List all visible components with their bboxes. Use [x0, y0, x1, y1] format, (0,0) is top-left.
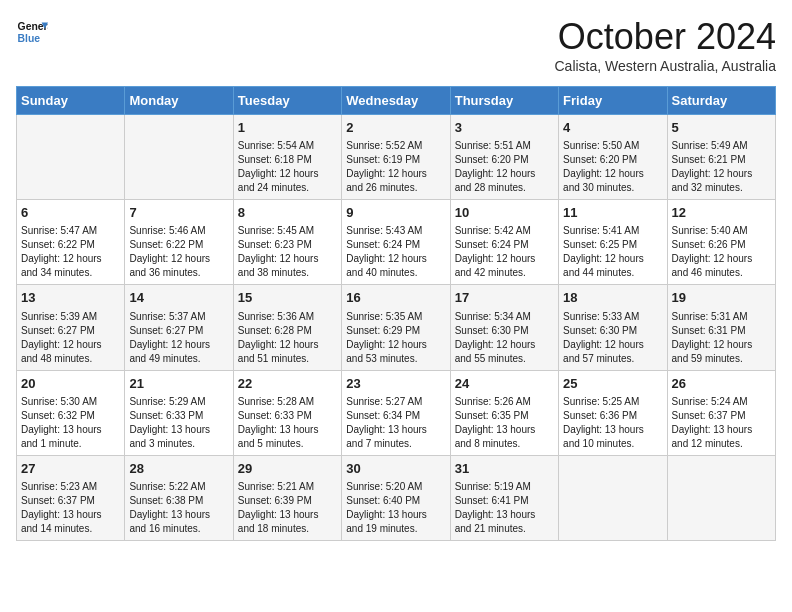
day-number: 2 [346, 119, 445, 137]
calendar-cell: 11Sunrise: 5:41 AM Sunset: 6:25 PM Dayli… [559, 200, 667, 285]
day-number: 21 [129, 375, 228, 393]
weekday-header-cell: Tuesday [233, 87, 341, 115]
day-number: 10 [455, 204, 554, 222]
calendar-cell: 21Sunrise: 5:29 AM Sunset: 6:33 PM Dayli… [125, 370, 233, 455]
day-info: Sunrise: 5:31 AM Sunset: 6:31 PM Dayligh… [672, 310, 771, 366]
logo: General Blue [16, 16, 48, 48]
calendar-cell: 17Sunrise: 5:34 AM Sunset: 6:30 PM Dayli… [450, 285, 558, 370]
calendar-cell: 2Sunrise: 5:52 AM Sunset: 6:19 PM Daylig… [342, 115, 450, 200]
calendar-cell [125, 115, 233, 200]
calendar-cell: 19Sunrise: 5:31 AM Sunset: 6:31 PM Dayli… [667, 285, 775, 370]
day-info: Sunrise: 5:23 AM Sunset: 6:37 PM Dayligh… [21, 480, 120, 536]
calendar-cell: 9Sunrise: 5:43 AM Sunset: 6:24 PM Daylig… [342, 200, 450, 285]
calendar-week-row: 20Sunrise: 5:30 AM Sunset: 6:32 PM Dayli… [17, 370, 776, 455]
day-info: Sunrise: 5:35 AM Sunset: 6:29 PM Dayligh… [346, 310, 445, 366]
calendar-week-row: 6Sunrise: 5:47 AM Sunset: 6:22 PM Daylig… [17, 200, 776, 285]
weekday-header-cell: Saturday [667, 87, 775, 115]
day-info: Sunrise: 5:20 AM Sunset: 6:40 PM Dayligh… [346, 480, 445, 536]
day-number: 27 [21, 460, 120, 478]
location-title: Calista, Western Australia, Australia [554, 58, 776, 74]
svg-text:Blue: Blue [18, 33, 41, 44]
day-info: Sunrise: 5:42 AM Sunset: 6:24 PM Dayligh… [455, 224, 554, 280]
day-number: 17 [455, 289, 554, 307]
day-number: 6 [21, 204, 120, 222]
day-number: 18 [563, 289, 662, 307]
day-info: Sunrise: 5:47 AM Sunset: 6:22 PM Dayligh… [21, 224, 120, 280]
calendar-cell: 26Sunrise: 5:24 AM Sunset: 6:37 PM Dayli… [667, 370, 775, 455]
day-number: 22 [238, 375, 337, 393]
calendar-cell: 1Sunrise: 5:54 AM Sunset: 6:18 PM Daylig… [233, 115, 341, 200]
day-number: 14 [129, 289, 228, 307]
calendar-cell: 29Sunrise: 5:21 AM Sunset: 6:39 PM Dayli… [233, 455, 341, 540]
day-number: 11 [563, 204, 662, 222]
weekday-header-cell: Thursday [450, 87, 558, 115]
day-number: 23 [346, 375, 445, 393]
calendar-cell: 27Sunrise: 5:23 AM Sunset: 6:37 PM Dayli… [17, 455, 125, 540]
day-info: Sunrise: 5:50 AM Sunset: 6:20 PM Dayligh… [563, 139, 662, 195]
day-info: Sunrise: 5:33 AM Sunset: 6:30 PM Dayligh… [563, 310, 662, 366]
calendar-cell: 23Sunrise: 5:27 AM Sunset: 6:34 PM Dayli… [342, 370, 450, 455]
calendar-cell: 5Sunrise: 5:49 AM Sunset: 6:21 PM Daylig… [667, 115, 775, 200]
header: General Blue October 2024 Calista, Weste… [16, 16, 776, 74]
day-info: Sunrise: 5:45 AM Sunset: 6:23 PM Dayligh… [238, 224, 337, 280]
calendar-week-row: 27Sunrise: 5:23 AM Sunset: 6:37 PM Dayli… [17, 455, 776, 540]
calendar-cell: 15Sunrise: 5:36 AM Sunset: 6:28 PM Dayli… [233, 285, 341, 370]
calendar-cell [17, 115, 125, 200]
calendar-cell: 22Sunrise: 5:28 AM Sunset: 6:33 PM Dayli… [233, 370, 341, 455]
day-number: 12 [672, 204, 771, 222]
day-info: Sunrise: 5:22 AM Sunset: 6:38 PM Dayligh… [129, 480, 228, 536]
calendar-week-row: 1Sunrise: 5:54 AM Sunset: 6:18 PM Daylig… [17, 115, 776, 200]
day-number: 3 [455, 119, 554, 137]
day-number: 5 [672, 119, 771, 137]
calendar-cell [667, 455, 775, 540]
day-info: Sunrise: 5:27 AM Sunset: 6:34 PM Dayligh… [346, 395, 445, 451]
calendar-cell: 3Sunrise: 5:51 AM Sunset: 6:20 PM Daylig… [450, 115, 558, 200]
day-number: 8 [238, 204, 337, 222]
calendar-cell: 16Sunrise: 5:35 AM Sunset: 6:29 PM Dayli… [342, 285, 450, 370]
day-number: 30 [346, 460, 445, 478]
calendar-cell: 14Sunrise: 5:37 AM Sunset: 6:27 PM Dayli… [125, 285, 233, 370]
title-area: October 2024 Calista, Western Australia,… [554, 16, 776, 74]
calendar-cell: 28Sunrise: 5:22 AM Sunset: 6:38 PM Dayli… [125, 455, 233, 540]
calendar-cell: 7Sunrise: 5:46 AM Sunset: 6:22 PM Daylig… [125, 200, 233, 285]
calendar-cell: 25Sunrise: 5:25 AM Sunset: 6:36 PM Dayli… [559, 370, 667, 455]
day-info: Sunrise: 5:25 AM Sunset: 6:36 PM Dayligh… [563, 395, 662, 451]
calendar-cell: 10Sunrise: 5:42 AM Sunset: 6:24 PM Dayli… [450, 200, 558, 285]
weekday-header-cell: Sunday [17, 87, 125, 115]
day-number: 26 [672, 375, 771, 393]
day-info: Sunrise: 5:46 AM Sunset: 6:22 PM Dayligh… [129, 224, 228, 280]
day-info: Sunrise: 5:40 AM Sunset: 6:26 PM Dayligh… [672, 224, 771, 280]
logo-icon: General Blue [16, 16, 48, 48]
day-number: 25 [563, 375, 662, 393]
day-info: Sunrise: 5:41 AM Sunset: 6:25 PM Dayligh… [563, 224, 662, 280]
calendar-week-row: 13Sunrise: 5:39 AM Sunset: 6:27 PM Dayli… [17, 285, 776, 370]
day-number: 29 [238, 460, 337, 478]
day-info: Sunrise: 5:26 AM Sunset: 6:35 PM Dayligh… [455, 395, 554, 451]
day-number: 1 [238, 119, 337, 137]
day-number: 31 [455, 460, 554, 478]
day-number: 24 [455, 375, 554, 393]
day-number: 13 [21, 289, 120, 307]
day-number: 15 [238, 289, 337, 307]
day-info: Sunrise: 5:24 AM Sunset: 6:37 PM Dayligh… [672, 395, 771, 451]
calendar-table: SundayMondayTuesdayWednesdayThursdayFrid… [16, 86, 776, 541]
day-info: Sunrise: 5:34 AM Sunset: 6:30 PM Dayligh… [455, 310, 554, 366]
calendar-cell: 6Sunrise: 5:47 AM Sunset: 6:22 PM Daylig… [17, 200, 125, 285]
day-info: Sunrise: 5:36 AM Sunset: 6:28 PM Dayligh… [238, 310, 337, 366]
calendar-cell: 24Sunrise: 5:26 AM Sunset: 6:35 PM Dayli… [450, 370, 558, 455]
calendar-cell: 20Sunrise: 5:30 AM Sunset: 6:32 PM Dayli… [17, 370, 125, 455]
day-number: 20 [21, 375, 120, 393]
day-info: Sunrise: 5:37 AM Sunset: 6:27 PM Dayligh… [129, 310, 228, 366]
calendar-cell: 30Sunrise: 5:20 AM Sunset: 6:40 PM Dayli… [342, 455, 450, 540]
calendar-cell: 13Sunrise: 5:39 AM Sunset: 6:27 PM Dayli… [17, 285, 125, 370]
calendar-cell: 18Sunrise: 5:33 AM Sunset: 6:30 PM Dayli… [559, 285, 667, 370]
day-number: 4 [563, 119, 662, 137]
day-number: 9 [346, 204, 445, 222]
day-number: 16 [346, 289, 445, 307]
calendar-body: 1Sunrise: 5:54 AM Sunset: 6:18 PM Daylig… [17, 115, 776, 541]
weekday-header-cell: Friday [559, 87, 667, 115]
day-info: Sunrise: 5:49 AM Sunset: 6:21 PM Dayligh… [672, 139, 771, 195]
day-number: 28 [129, 460, 228, 478]
calendar-cell: 31Sunrise: 5:19 AM Sunset: 6:41 PM Dayli… [450, 455, 558, 540]
day-info: Sunrise: 5:19 AM Sunset: 6:41 PM Dayligh… [455, 480, 554, 536]
